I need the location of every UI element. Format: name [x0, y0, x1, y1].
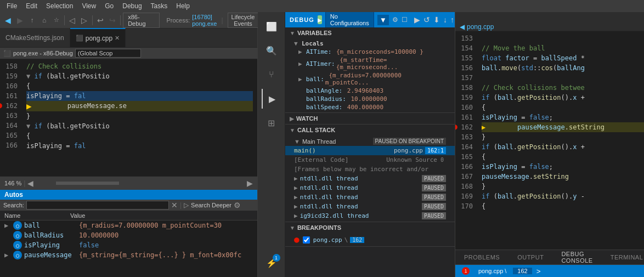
autos-row-pausemessage[interactable]: ▶ ○ pauseMessage {m_string={m_string={..…: [0, 250, 257, 260]
menu-tasks[interactable]: Tasks: [146, 1, 172, 11]
tab-terminal[interactable]: TERMINAL: [602, 252, 644, 263]
var-aitimer-val: {m_startTime={m_microsecond...: [336, 56, 446, 71]
var-ball-val: {m_radius=7.00000000 m_pointCo...: [325, 72, 446, 86]
variables-header[interactable]: ▼ VARIABLES: [285, 27, 455, 38]
search-input[interactable]: [26, 201, 169, 210]
right-code-lines: // Move the ball float factor = ballSpee…: [477, 31, 644, 250]
status-file: pong.cpp: [478, 268, 503, 274]
debug-play-button[interactable]: ▶: [318, 15, 322, 24]
sidebar-remote-icon[interactable]: ⚡ 1: [262, 253, 281, 273]
right-editor-breadcrumb: pong.cpp: [467, 23, 494, 31]
main-thread-label: ▼ Main Thread: [294, 138, 336, 145]
tab-cmakesettings[interactable]: CMakeSettings.json: [0, 28, 70, 47]
tab-output[interactable]: OUTPUT: [509, 252, 552, 263]
callstack-main-line: 162:1: [425, 147, 446, 154]
nav-up-button[interactable]: ↑: [26, 14, 37, 26]
thread-ntdll-1[interactable]: ▶ ntdll.dll thread PAUSED: [285, 174, 455, 183]
status-debug-item[interactable]: 1: [460, 267, 472, 275]
status-line-badge[interactable]: 162: [513, 268, 532, 274]
thread-ntdll-4[interactable]: ▶ ntdll.dll thread PAUSED: [285, 202, 455, 211]
tab-debug-console[interactable]: DEBUG CONSOLE: [552, 248, 601, 267]
sidebar-extensions-icon[interactable]: ⊞: [262, 113, 281, 133]
callstack-main[interactable]: main() pong.cpp 162:1: [285, 146, 455, 155]
thread-ig9icd32[interactable]: ▶ ig9icd32.dll thread PAUSED: [285, 211, 455, 221]
menu-debug[interactable]: Debug: [118, 1, 146, 11]
callstack-external-name: [External Code]: [294, 156, 348, 163]
menu-file[interactable]: File: [2, 1, 21, 11]
locals-expand[interactable]: ▼: [294, 40, 301, 47]
callstack-external[interactable]: [External Code] Unknown Source 0: [285, 155, 455, 165]
debug-step-over-button[interactable]: ⬇: [433, 15, 440, 24]
row-expand-ball[interactable]: ▶: [4, 222, 13, 229]
var-aitime-expand[interactable]: ▶: [298, 48, 305, 55]
autos-row-isplaying[interactable]: ○ isPlaying false: [0, 240, 257, 250]
nav-home-button[interactable]: ⌂: [38, 14, 49, 26]
var-ballradius[interactable]: ballRadius: 10.0000000: [285, 95, 455, 103]
status-debug-icon: 1: [462, 267, 470, 275]
status-arrow-button[interactable]: >: [536, 267, 541, 275]
var-ball-expand[interactable]: ▶: [298, 76, 305, 83]
var-ballangle[interactable]: ballAngle: 2.94960403: [285, 87, 455, 95]
debug-restart-button[interactable]: ↺: [423, 15, 430, 24]
locals-header-row[interactable]: ▼ Locals: [285, 39, 455, 48]
remote-badge: 1: [273, 254, 280, 262]
watch-header[interactable]: ▶ WATCH: [285, 113, 455, 124]
nav-undo-button[interactable]: ↩: [95, 14, 106, 26]
scroll-left-button[interactable]: ◀: [27, 179, 33, 188]
filter-bar: ⬛ pong.exe - x86-Debug: [0, 48, 257, 59]
search-clear-button[interactable]: ✕: [171, 201, 178, 210]
main-thread-row[interactable]: ▼ Main Thread PAUSED ON BREAKPOINT: [285, 137, 455, 146]
nav-redo-button[interactable]: ↪: [107, 14, 118, 26]
menu-edit[interactable]: Edit: [21, 1, 42, 11]
bp-checkbox[interactable]: [303, 236, 310, 244]
menu-view[interactable]: View: [77, 1, 100, 11]
search-settings-button[interactable]: ⚙: [234, 201, 241, 210]
var-ball[interactable]: ▶ ball: {m_radius=7.00000000 m_pointCo..…: [285, 71, 455, 87]
menu-help[interactable]: Help: [172, 1, 194, 11]
debug-continue-button[interactable]: ▶: [414, 15, 420, 24]
var-aitime[interactable]: ▶ AITime: {m_microseconds=100000 }: [285, 48, 455, 56]
nav-forward-button[interactable]: ▶: [14, 14, 25, 26]
window-title: x86-Debug: [123, 13, 160, 28]
nav-back2-button[interactable]: ◁: [67, 14, 78, 26]
search-arrow-button[interactable]: ▷: [184, 201, 189, 209]
status-file-item[interactable]: pong.cpp \: [476, 268, 509, 274]
nav-back-button[interactable]: ◀: [2, 14, 13, 26]
breakpoint-pong[interactable]: ● pong.cpp \ 162: [285, 234, 455, 245]
debug-settings-button[interactable]: ⚙: [392, 16, 398, 24]
autos-row-ball[interactable]: ▶ ○ ball {m_radius=7.00000000 m_pointCou…: [0, 221, 257, 230]
lifecycle-events-button[interactable]: Lifecycle Events: [228, 13, 259, 28]
tab-pong-cpp[interactable]: ⬛ pong.cpp ✕: [70, 28, 126, 47]
menu-go[interactable]: Go: [100, 1, 118, 11]
scroll-right-button[interactable]: ▶: [247, 179, 253, 188]
tab-problems[interactable]: PROBLEMS: [455, 252, 509, 263]
tab-bar: CMakeSettings.json ⬛ pong.cpp ✕: [0, 29, 257, 48]
filter-input[interactable]: [75, 49, 141, 58]
filter-icon: ⬛: [3, 50, 11, 57]
sidebar-search-icon[interactable]: 🔍: [262, 41, 281, 60]
debug-close-button[interactable]: ☐: [402, 16, 408, 24]
autos-row-ballradius[interactable]: ○ ballRadius 10.0000000: [0, 230, 257, 240]
search-deeper-button[interactable]: Search Deeper: [191, 202, 231, 208]
callstack-header[interactable]: ▼ CALL STACK: [285, 125, 455, 135]
var-ballspeed[interactable]: ballSpeed: 400.000000: [285, 103, 455, 111]
nav-bookmark-button[interactable]: ☆: [51, 14, 62, 26]
row-expand-pausemessage[interactable]: ▶: [4, 251, 13, 259]
sidebar-explorer-icon[interactable]: ⬜: [262, 16, 281, 36]
bp-name: pong.cpp: [313, 236, 342, 244]
breakpoints-header[interactable]: ▼ BREAKPOINTS: [285, 222, 455, 233]
sidebar-git-icon[interactable]: ⑂: [262, 65, 281, 84]
filter-exe: pong.exe - x86-Debug: [13, 50, 73, 56]
sidebar-debug-icon[interactable]: ▶: [262, 89, 281, 109]
debug-step-out-button[interactable]: ↑: [450, 15, 454, 24]
debug-config-dropdown[interactable]: No Configurations: [325, 12, 374, 28]
nav-fwd2-button[interactable]: ▷: [79, 14, 90, 26]
debug-config-arrow[interactable]: ▼: [377, 15, 389, 25]
var-aitimer[interactable]: ▶ AITimer: {m_startTime={m_microsecond..…: [285, 56, 455, 71]
var-aitimer-expand[interactable]: ▶: [298, 60, 305, 67]
tab-close-button[interactable]: ✕: [115, 35, 120, 42]
debug-step-into-button[interactable]: ↓: [443, 15, 447, 24]
thread-ntdll-2[interactable]: ▶ ntdll.dll thread PAUSED: [285, 183, 455, 193]
thread-ntdll-3[interactable]: ▶ ntdll.dll thread PAUSED: [285, 193, 455, 202]
menu-selection[interactable]: Selection: [42, 1, 77, 11]
